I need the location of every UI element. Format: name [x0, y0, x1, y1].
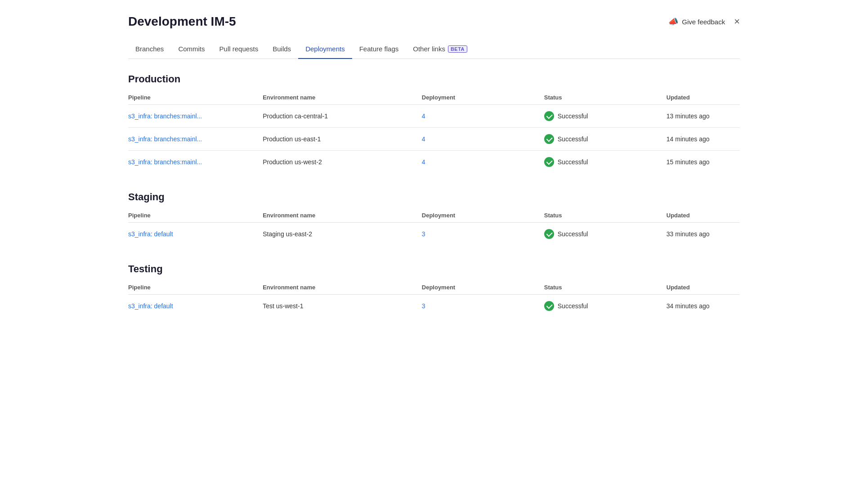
environment-name: Staging us-east-2 [263, 223, 422, 246]
col-header-status-t: Status [544, 280, 667, 295]
tab-deployments[interactable]: Deployments [298, 40, 352, 59]
success-icon [544, 157, 554, 167]
environment-name: Test us-west-1 [263, 295, 422, 318]
updated-time: 13 minutes ago [667, 105, 740, 128]
col-header-status-s: Status [544, 208, 667, 223]
col-header-pipeline: Pipeline [128, 90, 263, 105]
tab-other-links[interactable]: Other links BETA [406, 40, 474, 59]
table-row: s3_infra: default Staging us-east-2 3 Su… [128, 223, 740, 246]
updated-time: 14 minutes ago [667, 128, 740, 151]
main-content: Production Pipeline Environment name Dep… [128, 59, 740, 317]
col-header-env-s: Environment name [263, 208, 422, 223]
status-cell: Successful [544, 111, 667, 121]
col-header-status: Status [544, 90, 667, 105]
tab-commits[interactable]: Commits [171, 40, 212, 59]
production-title: Production [128, 73, 740, 85]
header-actions: 📣 Give feedback × [668, 17, 740, 27]
updated-time: 15 minutes ago [667, 151, 740, 174]
col-header-pipeline-t: Pipeline [128, 280, 263, 295]
pipeline-link[interactable]: s3_infra: default [128, 230, 173, 238]
staging-section: Staging Pipeline Environment name Deploy… [128, 191, 740, 245]
tab-other-links-label: Other links [413, 45, 445, 53]
col-header-updated: Updated [667, 90, 740, 105]
col-header-deployment-s: Deployment [422, 208, 544, 223]
col-header-pipeline-s: Pipeline [128, 208, 263, 223]
deployment-link[interactable]: 3 [422, 230, 425, 238]
deployment-link[interactable]: 4 [422, 135, 425, 143]
col-header-deployment: Deployment [422, 90, 544, 105]
environment-name: Production ca-central-1 [263, 105, 422, 128]
close-button[interactable]: × [734, 17, 740, 27]
feedback-button[interactable]: 📣 Give feedback [668, 17, 725, 27]
status-label: Successful [558, 302, 588, 310]
success-icon [544, 134, 554, 144]
production-section: Production Pipeline Environment name Dep… [128, 73, 740, 173]
deployment-link[interactable]: 3 [422, 302, 425, 310]
status-label: Successful [558, 112, 588, 120]
status-label: Successful [558, 135, 588, 143]
col-header-updated-s: Updated [667, 208, 740, 223]
feedback-label: Give feedback [682, 18, 725, 26]
page-header: Development IM-5 📣 Give feedback × [128, 14, 740, 29]
status-cell: Successful [544, 301, 667, 311]
pipeline-link[interactable]: s3_infra: branches:mainl... [128, 135, 202, 143]
updated-time: 34 minutes ago [667, 295, 740, 318]
environment-name: Production us-east-1 [263, 128, 422, 151]
tabs-nav: Branches Commits Pull requests Builds De… [128, 40, 740, 59]
close-icon: × [734, 16, 740, 27]
col-header-env-t: Environment name [263, 280, 422, 295]
production-table: Pipeline Environment name Deployment Sta… [128, 90, 740, 173]
deployment-link[interactable]: 4 [422, 158, 425, 166]
staging-title: Staging [128, 191, 740, 203]
megaphone-icon: 📣 [668, 17, 678, 27]
tab-feature-flags[interactable]: Feature flags [352, 40, 406, 59]
status-label: Successful [558, 158, 588, 166]
success-icon [544, 111, 554, 121]
tab-branches[interactable]: Branches [128, 40, 171, 59]
status-cell: Successful [544, 229, 667, 239]
testing-title: Testing [128, 263, 740, 275]
page-title: Development IM-5 [128, 14, 236, 29]
environment-name: Production us-west-2 [263, 151, 422, 174]
table-row: s3_infra: branches:mainl... Production u… [128, 151, 740, 174]
tab-builds[interactable]: Builds [265, 40, 298, 59]
table-row: s3_infra: branches:mainl... Production u… [128, 128, 740, 151]
table-row: s3_infra: default Test us-west-1 3 Succe… [128, 295, 740, 318]
success-icon [544, 301, 554, 311]
staging-table: Pipeline Environment name Deployment Sta… [128, 208, 740, 245]
page-container: Development IM-5 📣 Give feedback × Branc… [110, 0, 758, 350]
col-header-updated-t: Updated [667, 280, 740, 295]
pipeline-link[interactable]: s3_infra: branches:mainl... [128, 158, 202, 166]
col-header-env: Environment name [263, 90, 422, 105]
status-cell: Successful [544, 134, 667, 144]
tab-pull-requests[interactable]: Pull requests [212, 40, 266, 59]
testing-section: Testing Pipeline Environment name Deploy… [128, 263, 740, 317]
success-icon [544, 229, 554, 239]
beta-badge: BETA [448, 45, 467, 53]
status-cell: Successful [544, 157, 667, 167]
pipeline-link[interactable]: s3_infra: branches:mainl... [128, 112, 202, 120]
col-header-deployment-t: Deployment [422, 280, 544, 295]
testing-table: Pipeline Environment name Deployment Sta… [128, 280, 740, 317]
status-label: Successful [558, 230, 588, 238]
updated-time: 33 minutes ago [667, 223, 740, 246]
table-row: s3_infra: branches:mainl... Production c… [128, 105, 740, 128]
pipeline-link[interactable]: s3_infra: default [128, 302, 173, 310]
deployment-link[interactable]: 4 [422, 112, 425, 120]
